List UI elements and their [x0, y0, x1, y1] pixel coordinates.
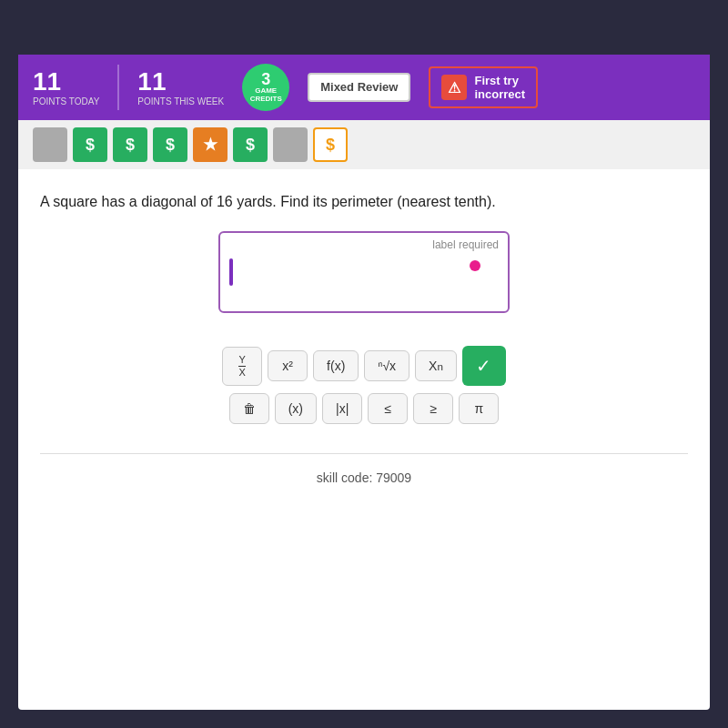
- tile-0: [33, 127, 67, 162]
- tile-2: $: [113, 127, 147, 162]
- points-week-block: 11 POINTS THIS WEEK: [137, 69, 224, 106]
- answer-box-container: label required: [40, 231, 688, 313]
- mixed-review-label: Mixed Review: [320, 80, 398, 94]
- keyboard-row-1: Y X x² f(x) ⁿ√x Xn ✓: [40, 346, 688, 386]
- tile-7: $: [313, 127, 348, 162]
- content-area: 11 POINTS TODAY 11 POINTS THIS WEEK 3 GA…: [18, 55, 710, 710]
- first-try-line1: First try: [474, 74, 525, 87]
- key-fraction[interactable]: Y X: [222, 347, 262, 386]
- tile-6: [273, 127, 308, 162]
- tile-4-star: ★: [193, 127, 228, 162]
- first-try-text: First try incorrect: [474, 74, 525, 101]
- key-abs-value[interactable]: |x|: [322, 393, 362, 424]
- answer-box-label: label required: [432, 238, 499, 251]
- answer-dot: [470, 260, 480, 271]
- skill-code-value: 79009: [376, 470, 411, 485]
- mixed-review-badge: Mixed Review: [308, 73, 410, 102]
- header-bar: 11 POINTS TODAY 11 POINTS THIS WEEK 3 GA…: [18, 55, 710, 120]
- points-week-value: 11: [137, 69, 166, 95]
- warning-icon: ⚠: [441, 75, 467, 100]
- skill-code-area: skill code: 79009: [18, 461, 710, 494]
- key-parentheses[interactable]: (x): [275, 393, 317, 424]
- key-greater-equal[interactable]: ≥: [413, 393, 453, 424]
- answer-cursor: [229, 258, 233, 286]
- key-check[interactable]: ✓: [462, 346, 506, 386]
- tile-1: $: [73, 127, 107, 162]
- game-credits-badge: 3 GAME CREDITS: [242, 64, 289, 111]
- first-try-badge: ⚠ First try incorrect: [429, 66, 538, 108]
- game-credits-value: 3: [261, 71, 270, 87]
- key-function[interactable]: f(x): [313, 350, 359, 381]
- key-subscript[interactable]: Xn: [415, 350, 457, 381]
- first-try-line2: incorrect: [474, 87, 525, 101]
- game-credits-label: GAME CREDITS: [242, 87, 289, 104]
- points-today-value: 11: [33, 69, 61, 95]
- divider: [40, 453, 688, 454]
- points-today-label: POINTS TODAY: [33, 96, 99, 106]
- question-area: A square has a diagonal of 16 yards. Fin…: [18, 169, 710, 346]
- key-pi[interactable]: π: [459, 393, 499, 424]
- points-week-label: POINTS THIS WEEK: [137, 96, 224, 106]
- skill-code-label: skill code:: [317, 470, 372, 485]
- points-today-block: 11 POINTS TODAY: [33, 69, 99, 106]
- tile-5: $: [233, 127, 268, 162]
- dollar-row: $ $ $ ★ $ $: [18, 120, 710, 169]
- key-less-equal[interactable]: ≤: [368, 393, 408, 424]
- key-squared[interactable]: x²: [268, 350, 308, 381]
- tile-3: $: [153, 127, 187, 162]
- separator-1: [117, 65, 119, 110]
- answer-box[interactable]: label required: [218, 231, 510, 313]
- math-keyboard: Y X x² f(x) ⁿ√x Xn ✓ 🗑 (x) |x| ≤ ≥ π: [18, 346, 710, 446]
- question-text: A square has a diagonal of 16 yards. Fin…: [40, 191, 688, 213]
- key-nth-root[interactable]: ⁿ√x: [364, 350, 410, 381]
- keyboard-row-2: 🗑 (x) |x| ≤ ≥ π: [40, 393, 688, 424]
- key-trash[interactable]: 🗑: [229, 393, 269, 424]
- warning-symbol: ⚠: [448, 79, 460, 96]
